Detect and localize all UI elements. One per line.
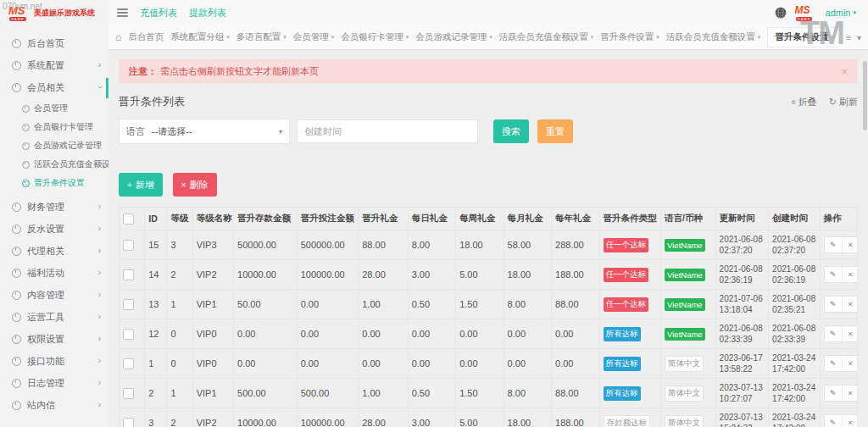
cell-bonus: 1.00 xyxy=(359,379,408,408)
tab-list-icon[interactable]: ≡ xyxy=(846,33,851,42)
sidebar-item[interactable]: 日志管理› xyxy=(0,372,108,394)
tab[interactable]: 会员游戏记录管理▾ xyxy=(415,31,492,43)
tab-label: 活跃会员充值金额设置 xyxy=(499,31,588,43)
cell-id: 14 xyxy=(145,260,167,290)
cell-bonus: 1.00 xyxy=(359,290,408,319)
close-icon[interactable]: × xyxy=(841,65,848,78)
sidebar-subitem[interactable]: 活跃会员充值金额设置 xyxy=(0,155,108,174)
sidebar-item[interactable]: 后台首页 xyxy=(0,32,108,54)
tab[interactable]: 系统配置分组▾ xyxy=(170,31,230,43)
row-checkbox[interactable] xyxy=(123,329,134,340)
refresh-icon: ↻ xyxy=(829,97,837,107)
delete-row-button[interactable]: × xyxy=(842,326,858,341)
chevron-right-icon: › xyxy=(98,269,101,277)
sidebar-item[interactable]: 反水设置› xyxy=(0,218,108,240)
plus-icon: + xyxy=(127,180,132,190)
globe-icon[interactable] xyxy=(775,7,787,19)
edit-button[interactable]: ✎ xyxy=(825,415,842,427)
chevron-right-icon: › xyxy=(98,357,101,365)
chevron-right-icon: › xyxy=(98,379,101,387)
sidebar-item[interactable]: 内容管理› xyxy=(0,284,108,306)
tab[interactable]: 多语言配置▾ xyxy=(236,31,287,43)
cell-daily: 0.00 xyxy=(408,319,455,349)
row-checkbox[interactable] xyxy=(123,269,134,280)
filter-row: 语言 --请选择-- ▾ 搜索 重置 xyxy=(119,119,858,144)
delete-row-button[interactable]: × xyxy=(842,297,858,312)
cell-bet: 100000.00 xyxy=(297,260,359,290)
sidebar-item-label: 内容管理 xyxy=(27,289,98,302)
row-checkbox[interactable] xyxy=(123,358,134,369)
add-button[interactable]: + 新增 xyxy=(119,173,163,197)
sidebar-subitem[interactable]: 晋升条件设置 xyxy=(0,174,108,192)
sidebar-item[interactable]: 福利活动› xyxy=(0,262,108,284)
cell-name: VIP2 xyxy=(192,408,233,427)
cell-updated: 2023-07-13 10:27:07 xyxy=(715,379,769,408)
tab[interactable]: 会员管理▾ xyxy=(293,31,335,43)
row-actions: ✎× xyxy=(824,385,858,402)
sidebar-subitem[interactable]: 会员管理 xyxy=(0,99,108,118)
tab[interactable]: 后台首页 xyxy=(128,31,164,43)
cell-id: 13 xyxy=(145,290,167,319)
reset-button[interactable]: 重置 xyxy=(537,119,573,143)
notice-text: 需点击右侧刷新按钮文字才能刷新本页 xyxy=(160,65,319,78)
collapse-icon: « xyxy=(788,99,798,104)
row-checkbox[interactable] xyxy=(123,418,134,427)
menu-circle-icon xyxy=(12,225,21,234)
sidebar-item[interactable]: 站内信› xyxy=(0,394,108,416)
cell-bet: 0.00 xyxy=(297,349,359,379)
sidebar-item[interactable]: 财务管理› xyxy=(0,196,108,218)
row-actions: ✎× xyxy=(824,266,858,283)
cell-yearly: 288.00 xyxy=(552,230,599,260)
row-checkbox[interactable] xyxy=(123,299,134,310)
edit-button[interactable]: ✎ xyxy=(825,267,842,282)
sidebar-item[interactable]: 接口功能› xyxy=(0,350,108,372)
edit-button[interactable]: ✎ xyxy=(825,385,842,401)
search-button[interactable]: 搜索 xyxy=(493,119,529,143)
tab[interactable]: 活跃会员充值金额设置▾ xyxy=(666,31,761,43)
sidebar-subitem-label: 会员游戏记录管理 xyxy=(34,140,102,152)
created-time-input[interactable] xyxy=(297,119,478,143)
topbar-link-recharge[interactable]: 充值列表 xyxy=(140,7,177,19)
sidebar-subitem[interactable]: 会员银行卡管理 xyxy=(0,118,108,136)
tab[interactable]: 晋升条件设置▾ xyxy=(600,31,659,43)
sidebar-subitem[interactable]: 会员游戏记录管理 xyxy=(0,136,108,155)
table-row: 131VIP150.000.001.000.501.508.0088.00任一个… xyxy=(120,290,858,319)
sidebar-item[interactable]: 权限设置› xyxy=(0,328,108,350)
scrollbar-thumb[interactable] xyxy=(863,61,867,130)
row-checkbox[interactable] xyxy=(123,240,134,251)
edit-button[interactable]: ✎ xyxy=(825,356,842,371)
language-select[interactable]: 语言 --请选择-- ▾ xyxy=(119,119,290,144)
home-icon[interactable]: ⌂ xyxy=(115,31,121,43)
tab[interactable]: 活跃会员充值金额设置▾ xyxy=(499,31,594,43)
sidebar-item[interactable]: 系统配置› xyxy=(0,54,108,76)
collapse-button[interactable]: « 折叠 xyxy=(791,96,817,108)
tab-label: 后台首页 xyxy=(128,31,164,43)
sidebar-item[interactable]: 会员相关› xyxy=(0,76,108,98)
delete-row-button[interactable]: × xyxy=(842,385,858,401)
cell-created: 2021-06-08 02:36:19 xyxy=(769,260,820,290)
topbar-link-withdraw[interactable]: 提款列表 xyxy=(189,7,226,19)
sidebar-item[interactable]: 运营工具› xyxy=(0,306,108,328)
active-indicator xyxy=(106,78,108,98)
select-all-checkbox[interactable] xyxy=(123,214,134,225)
column-header: 晋升投注金额 xyxy=(297,208,359,230)
topbar: 充值列表 提款列表 MS GAME admin ▾ xyxy=(108,0,868,25)
refresh-button[interactable]: ↻ 刷新 xyxy=(829,96,858,108)
delete-button[interactable]: × 删除 xyxy=(173,173,217,197)
delete-row-button[interactable]: × xyxy=(842,356,858,371)
table-row: 10VIP00.000.000.000.000.000.000.00所有达标简体… xyxy=(120,349,858,379)
delete-row-button[interactable]: × xyxy=(842,415,858,427)
edit-button[interactable]: ✎ xyxy=(825,297,842,312)
tab-caret-icon[interactable]: ▾ xyxy=(857,33,861,42)
tab[interactable]: 会员银行卡管理▾ xyxy=(341,31,409,43)
sidebar-item[interactable]: 代理相关› xyxy=(0,240,108,262)
edit-button[interactable]: ✎ xyxy=(825,326,842,341)
edit-button[interactable]: ✎ xyxy=(825,237,842,252)
delete-row-button[interactable]: × xyxy=(842,267,858,282)
hamburger-icon[interactable] xyxy=(117,7,128,19)
sidebar-item-label: 代理相关 xyxy=(27,245,98,258)
delete-row-button[interactable]: × xyxy=(842,237,858,252)
table-row: 120VIP00.000.000.000.000.000.000.00所有达标V… xyxy=(120,319,858,349)
row-checkbox[interactable] xyxy=(123,388,134,399)
condition-type-badge: 所有达标 xyxy=(604,357,641,371)
